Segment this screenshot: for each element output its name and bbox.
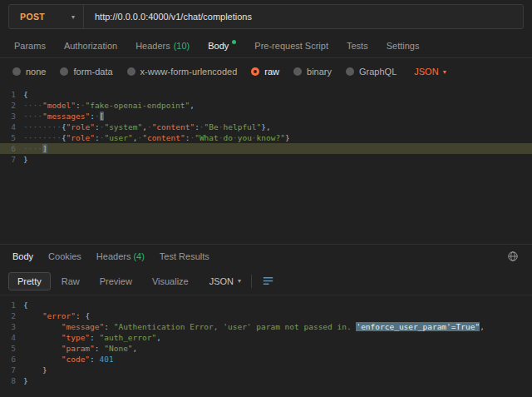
- body-type-label: form-data: [73, 67, 112, 77]
- tab-count: (10): [174, 41, 190, 51]
- body-type-label: none: [26, 67, 46, 77]
- body-type-form-data[interactable]: form-data: [60, 67, 112, 77]
- body-type-graphql[interactable]: GraphQL: [346, 67, 397, 77]
- request-language-dropdown[interactable]: JSON▾: [414, 67, 446, 77]
- request-tabs: ParamsAuthorizationHeaders(10)BodyPre-re…: [0, 33, 532, 58]
- wrap-lines-icon[interactable]: [262, 275, 274, 287]
- response-tabs-right: [507, 251, 527, 262]
- line-number: 3: [0, 321, 23, 332]
- method-label: POST: [20, 12, 45, 22]
- tab-label: Cookies: [48, 251, 81, 261]
- response-tab-cookies[interactable]: Cookies: [41, 251, 89, 261]
- line-number: 2: [0, 100, 23, 111]
- url-input[interactable]: http://0.0.0.0:4000/v1/chat/completions: [84, 12, 263, 22]
- line-number: 6: [0, 143, 23, 154]
- request-tab-params[interactable]: Params: [5, 33, 55, 57]
- code-token: ,: [480, 322, 485, 331]
- globe-icon[interactable]: [507, 251, 519, 262]
- code-line: 6 "code": 401: [0, 354, 532, 365]
- code-token: "param": [62, 344, 95, 353]
- body-type-raw[interactable]: raw: [251, 67, 279, 77]
- code-token: ,: [156, 333, 161, 342]
- code-line-content: ········{"role":·"system",·"content":·"B…: [23, 122, 532, 132]
- method-dropdown[interactable]: POST ▾: [9, 5, 84, 28]
- code-token: }: [42, 365, 47, 375]
- code-token: },: [261, 122, 270, 132]
- request-tab-body[interactable]: Body: [199, 33, 245, 57]
- request-tab-pre-request-script[interactable]: Pre-request Script: [245, 33, 337, 57]
- code-line: 8}: [0, 375, 532, 386]
- radio-icon: [346, 67, 354, 76]
- code-token: "type": [62, 333, 90, 342]
- line-number: 8: [0, 375, 23, 386]
- line-number: 5: [0, 343, 23, 354]
- chevron-down-icon: ▾: [443, 68, 446, 76]
- radio-icon: [293, 67, 302, 76]
- code-line-content: ····"messages":·[: [23, 111, 532, 122]
- code-token: "role": [66, 122, 95, 132]
- code-token: "content": [142, 133, 185, 142]
- view-tab-visualize[interactable]: Visualize: [143, 272, 198, 290]
- view-tab-raw[interactable]: Raw: [52, 272, 89, 290]
- code-line: 1{: [0, 300, 532, 310]
- line-number: 2: [0, 310, 23, 321]
- request-tab-headers[interactable]: Headers(10): [126, 33, 199, 57]
- code-token: 401: [100, 355, 114, 364]
- view-tab-pretty[interactable]: Pretty: [8, 272, 51, 290]
- code-token: }: [23, 376, 28, 385]
- code-token: [23, 322, 62, 331]
- code-token: :: [90, 333, 99, 342]
- whitespace-dot: ·: [95, 112, 100, 121]
- body-type-none[interactable]: none: [12, 67, 46, 77]
- line-number: 1: [0, 300, 23, 310]
- code-line: 7}: [0, 154, 532, 165]
- radio-icon: [12, 67, 21, 76]
- code-token: "Be: [204, 122, 219, 132]
- body-type-label: x-www-form-urlencoded: [140, 67, 238, 77]
- request-tab-tests[interactable]: Tests: [337, 33, 377, 57]
- code-token: "messages": [42, 112, 90, 121]
- line-number: 4: [0, 332, 23, 343]
- code-token: "message": [62, 322, 104, 331]
- code-token: ,: [190, 101, 195, 110]
- code-token: [23, 355, 62, 364]
- tab-label: Headers: [135, 41, 170, 51]
- code-token: :: [104, 322, 113, 331]
- view-tab-preview[interactable]: Preview: [91, 272, 141, 290]
- code-token: "role": [66, 133, 95, 142]
- body-type-x-www-form-urlencoded[interactable]: x-www-form-urlencoded: [127, 67, 238, 77]
- code-token: "auth_error": [100, 333, 157, 342]
- body-type-label: binary: [307, 67, 332, 77]
- code-line: 7 }: [0, 365, 532, 375]
- request-language-label: JSON: [414, 67, 438, 77]
- radio-icon: [60, 67, 68, 76]
- tab-label: Body: [208, 41, 229, 51]
- code-token: }: [285, 133, 290, 142]
- code-line: 5········{"role":·"user",·"content":·"Wh…: [0, 132, 532, 143]
- tab-label: Body: [12, 251, 33, 261]
- code-line: 5 "param": "None",: [0, 343, 532, 354]
- body-type-label: raw: [264, 67, 279, 77]
- code-token: "error": [42, 311, 76, 320]
- code-line-content: {: [23, 300, 532, 310]
- code-token: :: [95, 344, 104, 353]
- body-type-row: noneform-datax-www-form-urlencodedrawbin…: [0, 58, 532, 85]
- response-tab-test-results[interactable]: Test Results: [152, 251, 217, 261]
- code-line: 2····"model":·"fake-openai-endpoint",: [0, 100, 532, 111]
- body-type-binary[interactable]: binary: [293, 67, 332, 77]
- request-tab-settings[interactable]: Settings: [377, 33, 429, 57]
- code-line-content: "message": "Authentication Error, 'user'…: [23, 321, 532, 332]
- code-token: [: [100, 112, 105, 121]
- code-token: }: [23, 155, 28, 164]
- response-tab-body[interactable]: Body: [5, 251, 41, 261]
- body-type-label: GraphQL: [359, 67, 397, 77]
- body-present-dot: [232, 40, 236, 44]
- response-tab-headers[interactable]: Headers(4): [89, 251, 152, 261]
- response-body-viewer[interactable]: 1{2 "error": {3 "message": "Authenticati…: [0, 295, 532, 397]
- request-tab-authorization[interactable]: Authorization: [55, 33, 126, 57]
- request-body-editor[interactable]: 1{2····"model":·"fake-openai-endpoint",3…: [0, 85, 532, 244]
- line-number: 5: [0, 132, 23, 143]
- line-number: 6: [0, 354, 23, 365]
- code-line: 4········{"role":·"system",·"content":·"…: [0, 122, 532, 132]
- response-language-dropdown[interactable]: JSON ▾: [209, 276, 241, 286]
